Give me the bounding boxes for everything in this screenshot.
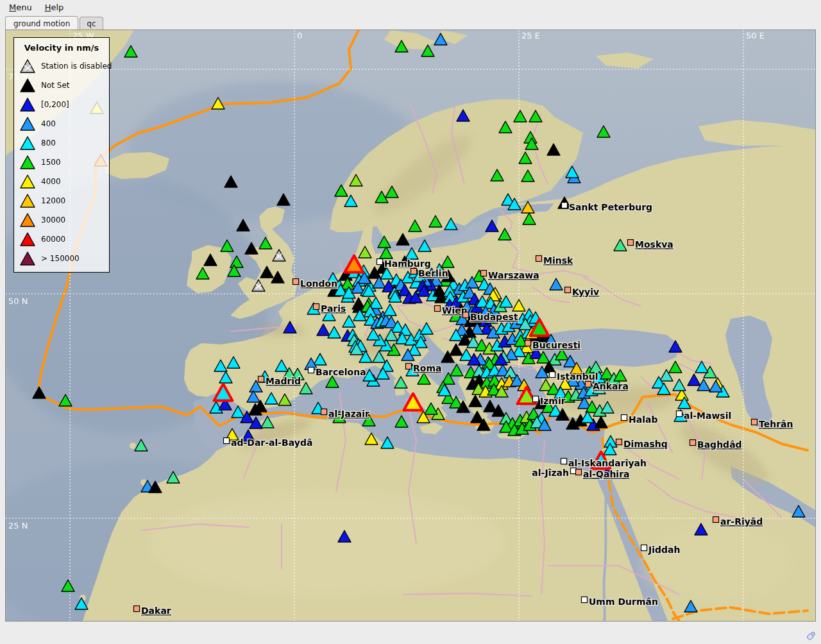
city-label: Istanbul — [557, 371, 598, 382]
legend-item-label: [0,200] — [41, 100, 69, 109]
grid-label: 50 E — [746, 31, 765, 40]
legend-item-label: Station is disabled — [41, 62, 112, 71]
city-label: Dakar — [141, 606, 171, 616]
city-label: ad-Dar-al-Baydâ — [231, 437, 312, 448]
legend-triangle-icon — [19, 193, 36, 208]
legend-triangle-icon — [19, 58, 36, 74]
city-label: al-Jîzah — [532, 468, 569, 478]
menu-button[interactable]: Menu — [4, 2, 37, 13]
city-label: Berlin — [418, 268, 448, 278]
legend-item-label: 60000 — [41, 235, 65, 244]
legend-triangle-icon — [19, 135, 36, 151]
legend-item-label: 4000 — [41, 177, 61, 186]
city-marker: Moskva — [628, 239, 673, 250]
legend-item-label: 1500 — [41, 158, 61, 167]
tab-bar: ground motion qc — [5, 17, 103, 30]
city-label: al-Iskandarîyah — [568, 458, 647, 468]
legend-item-label: > 150000 — [41, 254, 80, 263]
legend-triangle-icon — [19, 174, 36, 189]
city-label: Bucuresti — [532, 340, 580, 350]
city-label: London — [300, 278, 337, 289]
city-label: al-Qahira — [583, 469, 630, 479]
city-marker: Bucuresti — [525, 340, 581, 350]
legend-item: 4000 — [14, 172, 109, 191]
city-marker: Budapest — [463, 312, 518, 322]
city-marker: al-Mawsil — [677, 411, 732, 421]
legend-item-label: 30000 — [41, 216, 65, 225]
city-marker: Umm Durmân — [582, 597, 658, 607]
city-label: Moskva — [635, 239, 673, 250]
legend-item: Station is disabled — [14, 56, 109, 76]
legend-item: 60000 — [14, 230, 109, 249]
velocity-legend: Velocity in nm/s Station is disabledNot … — [13, 37, 110, 273]
legend-item: 400 — [14, 114, 109, 133]
city-label: al-Mawsil — [684, 411, 731, 421]
city-label: Ankara — [593, 381, 629, 391]
city-label: Halab — [629, 414, 657, 425]
city-label: Paris — [321, 303, 346, 314]
legend-triangle-icon — [19, 212, 36, 228]
city-marker: Baghdâd — [690, 439, 742, 450]
city-label: al-Jazair — [328, 409, 369, 419]
legend-item: 1500 — [14, 153, 109, 172]
city-label: Barcelona — [316, 367, 366, 377]
city-marker: Hamburg — [377, 258, 431, 269]
world-map[interactable]: LondonParisMadridBarcelonaRomaHamburgBer… — [6, 30, 815, 621]
map-view[interactable]: LondonParisMadridBarcelonaRomaHamburgBer… — [5, 30, 816, 622]
city-label: Roma — [413, 363, 441, 373]
city-label: Kyyiv — [572, 287, 599, 297]
city-marker: ad-Dar-al-Baydâ — [224, 437, 313, 448]
legend-item: [0,200] — [14, 95, 109, 114]
help-menu-button[interactable]: Help — [40, 2, 69, 13]
legend-item-label: 12000 — [41, 196, 65, 205]
city-marker: al-Qahira — [576, 469, 630, 479]
city-label: Minsk — [543, 255, 573, 266]
legend-title: Velocity in nm/s — [14, 43, 109, 53]
city-marker: al-Iskandarîyah — [561, 458, 647, 468]
city-label: Hamburg — [384, 258, 431, 269]
city-marker: Barcelona — [309, 367, 366, 377]
legend-item-label: 400 — [41, 119, 56, 128]
grid-label: 50 N — [8, 296, 28, 306]
legend-triangle-icon — [19, 97, 36, 112]
tab-ground-motion[interactable]: ground motion — [5, 16, 78, 30]
city-marker: Dimashq — [616, 439, 668, 449]
legend-item: 12000 — [14, 191, 109, 210]
legend-item-label: 800 — [41, 139, 56, 148]
city-label: Jiddah — [648, 545, 680, 555]
grid-label: 25 E — [521, 31, 540, 40]
legend-item: > 150000 — [14, 249, 109, 268]
city-label: Izmir — [540, 396, 566, 406]
grid-label: 0 — [297, 31, 302, 40]
legend-item: 800 — [14, 133, 109, 153]
city-marker: Istanbul — [550, 371, 598, 382]
legend-triangle-icon — [19, 155, 36, 170]
menu-bar: Menu Help — [0, 0, 821, 14]
legend-item-label: Not Set — [41, 81, 70, 90]
status-grip-icon — [804, 629, 817, 642]
city-label: Tehrân — [759, 419, 793, 429]
legend-triangle-icon — [19, 251, 36, 266]
status-bar — [0, 622, 821, 644]
city-marker: al-Jazair — [321, 409, 370, 419]
city-marker: Warszawa — [481, 270, 539, 280]
legend-item: Not Set — [14, 76, 109, 95]
legend-triangle-icon — [19, 232, 36, 247]
grid-label: 25 N — [8, 521, 28, 530]
city-label: Baghdâd — [697, 439, 742, 450]
city-label: Sankt Peterburg — [569, 202, 652, 212]
legend-triangle-icon — [19, 78, 36, 93]
city-label: Warszawa — [488, 270, 539, 280]
city-marker: Sankt Peterburg — [562, 202, 653, 212]
tab-qc[interactable]: qc — [80, 17, 103, 30]
city-label: Madrid — [266, 376, 301, 386]
city-label: Budapest — [470, 312, 518, 322]
legend-triangle-icon — [19, 116, 36, 131]
city-label: Dimashq — [623, 439, 668, 449]
city-label: Umm Durmân — [589, 597, 658, 607]
legend-item: 30000 — [14, 210, 109, 230]
city-marker: ar-Riyâd — [713, 516, 763, 527]
city-label: ar-Riyâd — [720, 516, 763, 527]
